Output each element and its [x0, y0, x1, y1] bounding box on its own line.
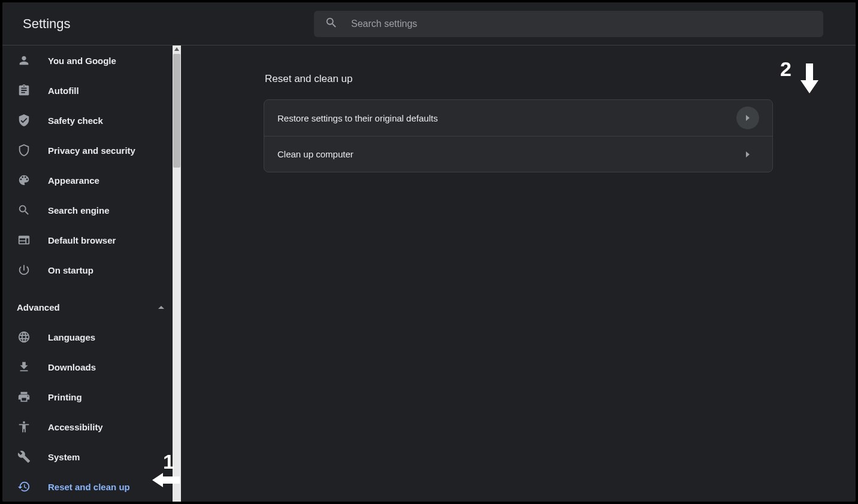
row-label: Restore settings to their original defau…	[277, 113, 438, 123]
chevron-right-icon	[746, 151, 750, 157]
search-input[interactable]	[351, 19, 812, 29]
section-label: Advanced	[17, 302, 60, 312]
sidebar-item-accessibility[interactable]: Accessibility	[2, 412, 181, 442]
sidebar: You and Google Autofill Safety check Pri…	[2, 45, 181, 502]
restore-icon	[17, 479, 31, 494]
accessibility-icon	[17, 420, 31, 434]
sidebar-item-label: Appearance	[48, 175, 99, 186]
sidebar-item-label: Default browser	[48, 235, 116, 245]
main-content: Reset and clean up Restore settings to t…	[181, 45, 856, 502]
sidebar-item-label: System	[48, 452, 80, 462]
sidebar-item-search-engine[interactable]: Search engine	[2, 195, 181, 225]
row-arrow-button[interactable]	[736, 143, 759, 166]
browser-icon	[17, 233, 31, 247]
settings-card: Restore settings to their original defau…	[264, 99, 773, 172]
scrollbar-thumb[interactable]	[173, 54, 180, 168]
search-icon	[17, 203, 31, 217]
person-icon	[17, 53, 31, 68]
settings-window: Settings You and Google Autofill	[0, 0, 858, 504]
shield-icon	[17, 143, 31, 157]
sidebar-scrollbar[interactable]	[173, 45, 181, 502]
sidebar-item-label: Languages	[48, 332, 95, 342]
row-restore-defaults[interactable]: Restore settings to their original defau…	[264, 100, 772, 136]
header: Settings	[2, 2, 856, 45]
globe-icon	[17, 330, 31, 344]
sidebar-item-safety-check[interactable]: Safety check	[2, 105, 181, 135]
sidebar-item-system[interactable]: System	[2, 442, 181, 472]
sidebar-item-label: Safety check	[48, 116, 103, 126]
chevron-right-icon	[746, 115, 750, 121]
sidebar-item-languages[interactable]: Languages	[2, 322, 181, 352]
sidebar-item-downloads[interactable]: Downloads	[2, 352, 181, 382]
sidebar-item-default-browser[interactable]: Default browser	[2, 225, 181, 255]
power-icon	[17, 263, 31, 277]
row-label: Clean up computer	[277, 149, 354, 159]
chevron-up-icon	[158, 306, 164, 309]
sidebar-section-advanced[interactable]: Advanced	[2, 292, 181, 322]
sidebar-item-label: You and Google	[48, 56, 116, 66]
download-icon	[17, 360, 31, 374]
shield-check-icon	[17, 113, 31, 127]
sidebar-item-label: Downloads	[48, 362, 96, 372]
sidebar-item-label: Printing	[48, 392, 82, 402]
row-arrow-button[interactable]	[736, 107, 759, 129]
search-box[interactable]	[314, 11, 823, 37]
sidebar-item-label: Search engine	[48, 205, 110, 215]
scroll-up-icon	[174, 47, 179, 51]
sidebar-item-appearance[interactable]: Appearance	[2, 165, 181, 195]
row-clean-up-computer[interactable]: Clean up computer	[264, 136, 772, 172]
sidebar-item-label: Accessibility	[48, 422, 103, 432]
sidebar-item-autofill[interactable]: Autofill	[2, 75, 181, 105]
wrench-icon	[17, 450, 31, 464]
printer-icon	[17, 390, 31, 404]
page-title: Settings	[14, 16, 314, 32]
sidebar-item-label: Reset and clean up	[48, 482, 130, 492]
palette-icon	[17, 173, 31, 187]
search-icon	[325, 16, 338, 32]
sidebar-item-privacy-and-security[interactable]: Privacy and security	[2, 135, 181, 165]
sidebar-item-you-and-google[interactable]: You and Google	[2, 45, 181, 75]
sidebar-item-reset-and-clean-up[interactable]: Reset and clean up	[2, 472, 181, 502]
sidebar-item-label: Autofill	[48, 86, 79, 96]
sidebar-item-label: On startup	[48, 265, 93, 275]
clipboard-icon	[17, 83, 31, 98]
section-title: Reset and clean up	[265, 73, 773, 85]
sidebar-item-label: Privacy and security	[48, 145, 135, 156]
sidebar-item-printing[interactable]: Printing	[2, 382, 181, 412]
sidebar-item-on-startup[interactable]: On startup	[2, 255, 181, 285]
